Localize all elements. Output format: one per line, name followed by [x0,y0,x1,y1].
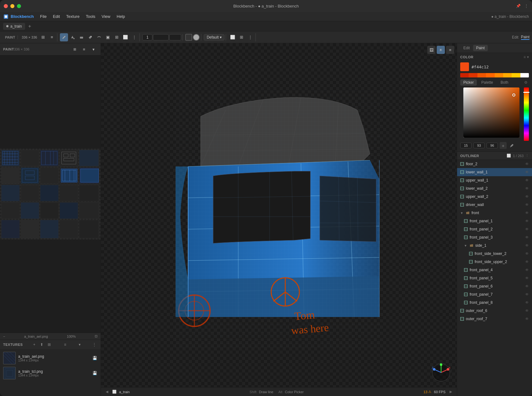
palette-tab[interactable]: Palette [478,79,496,86]
overlay-button[interactable]: ▣ [104,33,112,41]
outliner-item-lower-wall-1[interactable]: lower_wall_1 👁 [457,168,532,176]
more-icon[interactable]: ⋮ [246,33,254,41]
color-picker-button[interactable] [86,33,94,41]
eye-icon-or6[interactable]: 👁 [524,308,529,313]
fill-tool-button[interactable] [69,33,77,41]
paint-more-icon[interactable]: ▾ [89,45,97,53]
save-texture-tcl-button[interactable]: 💾 [92,370,97,376]
paint-mode-tab[interactable]: Paint [473,45,488,51]
viewport-sun-button[interactable]: ☀ [437,46,445,54]
more-tools-button[interactable]: ⋮ [130,33,138,41]
outliner-item-upper-wall-1[interactable]: upper_wall_1 👁 [457,176,532,184]
eye-icon-lower-wall-1[interactable]: 👁 [524,170,529,175]
brush-size-input[interactable]: 255 [153,34,169,40]
paint-zoom-icon[interactable]: ⊞ [71,45,79,53]
maximize-button[interactable] [17,4,21,8]
outliner-item-fp8[interactable]: front_panel_8 👁 [457,298,532,307]
close-button[interactable] [4,4,8,8]
outliner-item-fsl2[interactable]: front_side_lower_2 👁 [457,250,532,258]
eye-icon-or7[interactable]: 👁 [524,316,529,321]
saturation-input[interactable]: 93 [473,143,485,148]
edit-tab-label[interactable]: Edit [512,35,519,40]
viewport-image-button[interactable]: 🖼 [427,46,435,54]
textures-menu-button[interactable]: ≡ [62,341,68,348]
outliner-item-or7[interactable]: outer_roof_7 👁 [457,315,532,323]
palette-color-7[interactable] [512,73,520,77]
eye-icon-fp8[interactable]: 👁 [524,300,529,305]
color-picker-container[interactable] [460,87,529,141]
tab-add-button[interactable]: + [26,23,33,30]
eye-icon-fp7[interactable]: 👁 [524,292,529,297]
edit-mode-tab[interactable]: Edit [460,45,473,51]
menu-view[interactable]: View [99,13,113,20]
minus-icon[interactable]: − [3,335,5,338]
grid-button[interactable]: ⊞ [113,33,121,41]
outliner-item-side-1[interactable]: ▼ side_1 👁 [457,241,532,250]
outliner-item-front-panel-3[interactable]: front_panel_3 👁 [457,233,532,241]
palette-color-3[interactable] [477,73,486,77]
eye-icon-fp5[interactable]: 👁 [524,276,529,281]
more-icon[interactable]: ⋮ [524,4,528,8]
textures-collapse-button[interactable]: ▾ [76,341,83,348]
background-color-swatch[interactable] [193,34,200,41]
outliner-item-fp6[interactable]: front_panel_6 👁 [457,282,532,290]
outliner-item-front[interactable]: ▼ front 👁 [457,209,532,217]
menu-file[interactable]: File [38,13,49,20]
menu-tools[interactable]: Tools [83,13,98,20]
color-panel-expand[interactable]: ▾ [527,55,529,59]
both-tab[interactable]: Both [498,79,512,86]
value-input[interactable]: 96 [487,143,498,148]
brush-value-input[interactable] [142,34,152,40]
minimize-button[interactable] [10,4,14,8]
eye-icon-fsl2[interactable]: 👁 [524,251,529,256]
add-texture-button[interactable]: + [31,341,37,348]
outliner-item-floor-2[interactable]: floor_2 👁 [457,160,532,168]
eye-icon-fp4[interactable]: 👁 [524,267,529,272]
color-panel-collapse[interactable]: ≡ [524,55,526,59]
viewport[interactable]: Tom was here 🖼 ☀ ≡ [101,43,457,396]
paint-tab-label[interactable]: Paint [521,35,529,40]
outliner-item-fp7[interactable]: front_panel_7 👁 [457,290,532,298]
hue-input[interactable]: 15 [460,143,471,148]
grid-view-icon[interactable]: ⊞ [237,33,245,41]
outliner-item-or6[interactable]: outer_roof_6 👁 [457,307,532,315]
eraser-tool-button[interactable] [77,33,86,41]
frame-icon[interactable]: ⬜ [229,33,237,41]
eye-icon-upper-wall-1[interactable]: 👁 [524,178,529,183]
resize-icon[interactable]: ⊞ [39,33,47,41]
palette-color-6[interactable] [503,73,512,77]
smear-tool-button[interactable] [95,33,103,41]
picker-tab[interactable]: Picker [460,79,477,86]
eye-icon-fp2[interactable]: 👁 [524,227,529,232]
palette-color-5[interactable] [495,73,503,77]
outliner-item-fp4[interactable]: front_panel_4 👁 [457,266,532,274]
eye-icon-driver-wall[interactable]: 👁 [524,202,529,207]
brush-tool-button[interactable] [60,33,68,41]
outliner-item-front-panel-1[interactable]: front_panel_1 👁 [457,217,532,225]
eye-icon-fp3[interactable]: 👁 [524,235,529,240]
paint-canvas[interactable] [0,55,101,333]
outliner-item-driver-wall[interactable]: driver_wall 👁 [457,201,532,209]
hue-strip[interactable] [524,87,529,141]
menu-edit[interactable]: Edit [50,13,62,20]
opacity-input[interactable]: 0 [169,34,181,40]
tab-a-train[interactable]: a_train [3,23,25,30]
viewport-menu-button[interactable]: ≡ [446,46,454,54]
eye-icon-front[interactable]: 👁 [524,210,529,215]
texture-item[interactable]: a_train_ael.png 1344 x 1344px 💾 [1,351,99,366]
select-button[interactable]: ⬜ [121,33,129,41]
textures-more-button[interactable]: ⋮ [91,341,97,348]
paint-menu-icon[interactable]: ≡ [80,45,88,53]
outliner-item-upper-wall-2[interactable]: upper_wall_2 👁 [457,193,532,201]
palette-color-1[interactable] [460,73,469,77]
pin-icon[interactable]: 📌 [516,4,521,8]
eye-icon-fsu2[interactable]: 👁 [524,259,529,264]
fit-icon[interactable]: ⊡ [95,334,97,338]
palette-color-8[interactable] [520,73,529,77]
color-settings-icon[interactable]: ⚙ [523,79,529,86]
outliner-item-fp5[interactable]: front_panel_5 👁 [457,274,532,282]
color-swatch-large[interactable] [460,62,469,71]
texture-grid-button[interactable]: ⊞ [46,341,52,348]
eye-icon-floor-2[interactable]: 👁 [524,161,529,166]
texture-item-2[interactable]: a_train_tcl.png 1344 x 1344px 💾 [1,366,99,381]
